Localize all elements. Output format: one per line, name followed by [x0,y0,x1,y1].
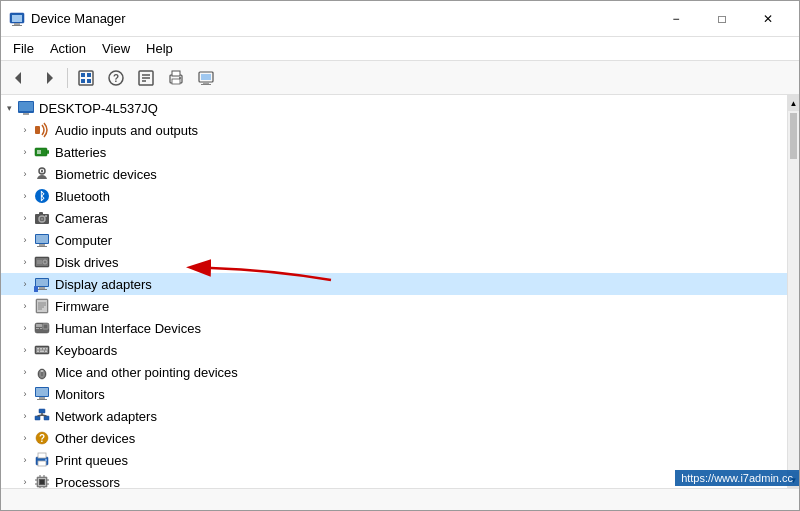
svg-rect-46 [36,258,48,266]
toolbar-show[interactable] [72,65,100,91]
toolbar-print[interactable] [162,65,190,91]
menu-file[interactable]: File [5,38,42,60]
monitors-toggle[interactable]: › [17,383,33,405]
svg-rect-68 [37,348,39,350]
keyboards-toggle[interactable]: › [17,339,33,361]
other-label: Other devices [55,431,135,446]
svg-rect-65 [40,328,42,329]
tree-item-biometric[interactable]: › Biometric devices [1,163,787,185]
svg-point-94 [45,459,47,461]
tree-item-hid[interactable]: › Human Interface Devices [1,317,787,339]
computer-toggle[interactable]: › [17,229,33,251]
tree-item-cameras[interactable]: › Cameras [1,207,787,229]
scroll-thumb[interactable] [788,111,799,161]
toolbar-forward[interactable] [35,65,63,91]
svg-rect-39 [39,212,43,215]
svg-rect-82 [37,399,47,400]
other-toggle[interactable]: › [17,427,33,449]
svg-rect-19 [172,79,180,84]
scroll-up[interactable]: ▲ [788,95,799,111]
display-toggle[interactable]: › [17,273,33,295]
processors-toggle[interactable]: › [17,471,33,488]
print-icon [33,451,51,469]
tree-item-batteries[interactable]: › Batteries [1,141,787,163]
batteries-toggle[interactable]: › [17,141,33,163]
maximize-button[interactable]: □ [699,3,745,35]
svg-rect-27 [23,113,29,115]
tree-item-display[interactable]: › Display adapters [1,273,787,295]
toolbar-props[interactable] [132,65,160,91]
device-tree[interactable]: ▾ DESKTOP-4L537JQ › [1,95,787,488]
menu-bar: File Action View Help [1,37,799,61]
batteries-label: Batteries [55,145,106,160]
tree-item-keyboards[interactable]: › Keyboards [1,339,787,361]
menu-view[interactable]: View [94,38,138,60]
tree-item-firmware[interactable]: › Firmware [1,295,787,317]
svg-rect-3 [12,25,22,26]
firmware-label: Firmware [55,299,109,314]
svg-rect-24 [201,84,211,85]
tree-item-disk[interactable]: › Disk drives [1,251,787,273]
svg-point-38 [41,218,44,221]
svg-rect-22 [201,74,211,80]
svg-rect-51 [36,279,48,286]
audio-icon [33,121,51,139]
svg-rect-70 [43,348,45,350]
minimize-button[interactable]: − [653,3,699,35]
batteries-icon [33,143,51,161]
title-bar: Device Manager − □ ✕ [1,1,799,37]
close-button[interactable]: ✕ [745,3,791,35]
scrollbar[interactable]: ▲ ▼ [787,95,799,488]
svg-text:?: ? [113,73,119,84]
tree-item-print[interactable]: › Print queues [1,449,787,471]
mice-toggle[interactable]: › [17,361,33,383]
toolbar-back[interactable] [5,65,33,91]
svg-rect-31 [37,150,41,154]
tree-item-monitors[interactable]: › Monitors [1,383,787,405]
svg-rect-43 [39,244,45,246]
network-label: Network adapters [55,409,157,424]
bluetooth-label: Bluetooth [55,189,110,204]
network-toggle[interactable]: › [17,405,33,427]
toolbar-sep1 [67,68,68,88]
menu-action[interactable]: Action [42,38,94,60]
svg-rect-52 [39,287,45,289]
tree-item-mice[interactable]: › Mice and other pointing devices [1,361,787,383]
biometric-toggle[interactable]: › [17,163,33,185]
disk-toggle[interactable]: › [17,251,33,273]
processors-label: Processors [55,475,120,489]
cameras-toggle[interactable]: › [17,207,33,229]
mice-label: Mice and other pointing devices [55,365,238,380]
svg-line-88 [42,415,47,416]
svg-rect-9 [81,79,85,83]
tree-item-bluetooth[interactable]: › ᛒ Bluetooth [1,185,787,207]
other-icon: ? [33,429,51,447]
firmware-toggle[interactable]: › [17,295,33,317]
root-toggle[interactable]: ▾ [1,97,17,119]
svg-rect-67 [36,347,48,353]
audio-toggle[interactable]: › [17,119,33,141]
tree-item-processors[interactable]: › [1,471,787,488]
toolbar-display[interactable] [192,65,220,91]
svg-rect-40 [45,215,47,217]
svg-rect-80 [36,388,48,396]
tree-root[interactable]: ▾ DESKTOP-4L537JQ [1,97,787,119]
bluetooth-toggle[interactable]: › [17,185,33,207]
svg-rect-10 [87,79,91,83]
hid-toggle[interactable]: › [17,317,33,339]
menu-help[interactable]: Help [138,38,181,60]
svg-rect-7 [81,73,85,77]
tree-item-audio[interactable]: › Audio inputs and outputs [1,119,787,141]
tree-item-computer[interactable]: › Computer [1,229,787,251]
tree-item-network[interactable]: › Network adapters [1,405,787,427]
monitors-label: Monitors [55,387,105,402]
tree-item-other[interactable]: › ? Other devices [1,427,787,449]
svg-rect-85 [44,416,49,420]
app-icon [9,11,25,27]
audio-label: Audio inputs and outputs [55,123,198,138]
print-toggle[interactable]: › [17,449,33,471]
toolbar-help[interactable]: ? [102,65,130,91]
svg-rect-93 [38,461,46,466]
computer-icon [17,99,35,117]
svg-rect-18 [172,71,180,76]
